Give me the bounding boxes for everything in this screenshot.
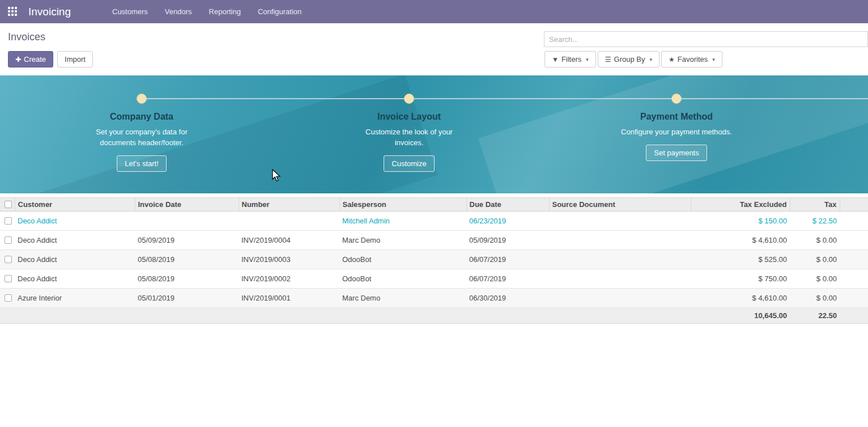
row-select-cell [0, 212, 15, 231]
star-icon: ★ [669, 56, 675, 64]
control-panel: Invoices ✚ Create Import ▼︎ Filters ▾ ☰ … [0, 23, 868, 75]
select-all-cell [0, 198, 15, 212]
col-due-date[interactable]: Due Date [466, 198, 549, 212]
cell-tax-excluded: $ 4,610.00 [691, 289, 790, 308]
cell-invoice-date: 05/01/2019 [135, 289, 239, 308]
filter-icon: ▼︎ [552, 56, 559, 64]
step-title: Company Data [8, 112, 275, 122]
cell-invoice-date [135, 212, 239, 231]
col-salesperson[interactable]: Salesperson [339, 198, 466, 212]
col-tax[interactable]: Tax [790, 198, 840, 212]
step-description: Configure your payment methods. [606, 126, 747, 137]
invoice-list: Customer Invoice Date Number Salesperson… [0, 197, 868, 324]
cell-invoice-date: 05/08/2019 [135, 269, 239, 289]
cell-source-document [549, 212, 691, 231]
cell-invoice-date: 05/08/2019 [135, 250, 239, 269]
step-description: Set your company's data for documents he… [84, 126, 200, 148]
cell-due-date: 06/07/2019 [466, 250, 549, 269]
cell-due-date: 06/23/2019 [466, 212, 549, 231]
cell-customer: Deco Addict [15, 269, 135, 289]
page-title: Invoices [8, 31, 45, 43]
tax-total: 22.50 [790, 308, 840, 324]
cell-salesperson: Mitchell Admin [339, 212, 466, 231]
cell-tax: $ 0.00 [790, 269, 840, 289]
create-button[interactable]: ✚ Create [8, 51, 53, 67]
filters-button[interactable]: ▼︎ Filters ▾ [544, 51, 596, 67]
cell-due-date: 06/30/2019 [466, 289, 549, 308]
step-title: Invoice Layout [275, 112, 543, 122]
cell-customer: Deco Addict [15, 231, 135, 250]
cell-tax: $ 0.00 [790, 231, 840, 250]
col-source-document[interactable]: Source Document [549, 198, 691, 212]
cell-due-date: 06/07/2019 [466, 269, 549, 289]
row-checkbox[interactable] [5, 217, 12, 225]
row-checkbox[interactable] [5, 275, 12, 282]
top-navbar: Invoicing Customers Vendors Reporting Co… [0, 0, 868, 23]
menu-customers[interactable]: Customers [104, 0, 156, 23]
step-title: Payment Method [543, 112, 810, 122]
cell-salesperson: OdooBot [339, 250, 466, 269]
row-select-cell [0, 269, 15, 289]
cell-number: INV/2019/0003 [239, 250, 339, 269]
favorites-button[interactable]: ★ Favorites ▾ [661, 51, 722, 67]
group-by-button[interactable]: ☰ Group By ▾ [598, 51, 659, 67]
cell-customer: Azure Interior [15, 289, 135, 308]
cell-tax: $ 22.50 [790, 212, 840, 231]
invoice-table-body: Deco Addict Mitchell Admin 06/23/2019 $ … [0, 212, 868, 308]
lets-start-button[interactable]: Let's start! [117, 155, 167, 172]
cell-salesperson: Marc Demo [339, 289, 466, 308]
row-select-cell [0, 250, 15, 269]
select-all-checkbox[interactable] [5, 201, 12, 208]
cell-invoice-date: 05/09/2019 [135, 231, 239, 250]
menu-reporting[interactable]: Reporting [201, 0, 249, 23]
table-row[interactable]: Azure Interior 05/01/2019 INV/2019/0001 … [0, 289, 868, 308]
chevron-down-icon: ▾ [586, 57, 589, 62]
cell-salesperson: OdooBot [339, 269, 466, 289]
app-title[interactable]: Invoicing [24, 6, 75, 18]
cell-tax: $ 0.00 [790, 250, 840, 269]
menu-vendors[interactable]: Vendors [156, 0, 201, 23]
table-row[interactable]: Deco Addict 05/09/2019 INV/2019/0004 Mar… [0, 231, 868, 250]
plus-icon: ✚ [15, 56, 21, 64]
table-row[interactable]: Deco Addict Mitchell Admin 06/23/2019 $ … [0, 212, 868, 231]
cell-tax-excluded: $ 525.00 [691, 250, 790, 269]
cell-number: INV/2019/0001 [239, 289, 339, 308]
row-select-cell [0, 231, 15, 250]
step-dot [137, 94, 147, 104]
table-row[interactable]: Deco Addict 05/08/2019 INV/2019/0002 Odo… [0, 269, 868, 289]
cell-spacer [840, 289, 868, 308]
cell-customer: Deco Addict [15, 212, 135, 231]
cell-source-document [549, 250, 691, 269]
col-tax-excluded[interactable]: Tax Excluded [691, 198, 790, 212]
search-input[interactable] [544, 32, 867, 46]
set-payments-button[interactable]: Set payments [646, 145, 707, 161]
onboarding-step-invoice-layout: Invoice Layout Customize the look of you… [275, 75, 543, 172]
search-bar [544, 31, 868, 47]
step-dot [671, 94, 682, 104]
cell-spacer [840, 212, 868, 231]
col-invoice-date[interactable]: Invoice Date [135, 198, 239, 212]
table-header-row: Customer Invoice Date Number Salesperson… [0, 198, 868, 212]
apps-grid-icon[interactable] [8, 7, 18, 17]
table-footer-row: 10,645.00 22.50 [0, 308, 868, 324]
chevron-down-icon: ▾ [650, 57, 653, 62]
cell-number [239, 212, 339, 231]
cell-source-document [549, 231, 691, 250]
customize-button[interactable]: Customize [384, 155, 434, 172]
col-number[interactable]: Number [239, 198, 339, 212]
col-customer[interactable]: Customer [15, 198, 135, 212]
cell-source-document [549, 289, 691, 308]
row-select-cell [0, 289, 15, 308]
cell-tax-excluded: $ 4,610.00 [691, 231, 790, 250]
chevron-down-icon: ▾ [712, 57, 715, 62]
cell-number: INV/2019/0004 [239, 231, 339, 250]
row-checkbox[interactable] [5, 294, 12, 302]
row-checkbox[interactable] [5, 256, 12, 263]
row-checkbox[interactable] [5, 236, 12, 244]
import-button[interactable]: Import [57, 51, 93, 67]
table-row[interactable]: Deco Addict 05/08/2019 INV/2019/0003 Odo… [0, 250, 868, 269]
cell-tax: $ 0.00 [790, 289, 840, 308]
menu-configuration[interactable]: Configuration [249, 0, 310, 23]
list-icon: ☰ [605, 56, 611, 64]
cell-source-document [549, 269, 691, 289]
